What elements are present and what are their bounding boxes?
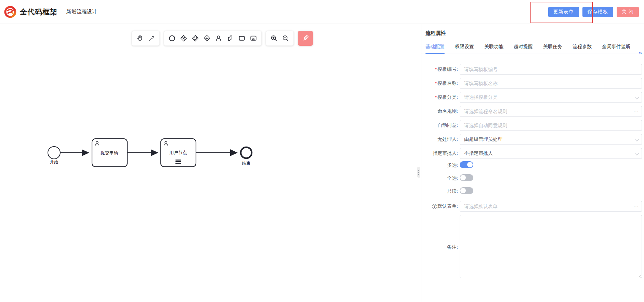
brand-name: 全代码框架 [20, 7, 57, 17]
task-node-user[interactable]: 用户节点 [161, 139, 196, 167]
script-task-tool[interactable] [225, 32, 236, 44]
properties-panel: 流程属性 » 基础配置 权限设置 关联功能 超时提醒 关联任务 流程参数 全局事… [421, 24, 644, 302]
tab-basic-config[interactable]: 基础配置 [425, 44, 445, 54]
process-designer-page: 全代码框架 新增流程设计 更新表单 保存模板 关 闭 [0, 0, 644, 302]
naming-rule-input[interactable] [460, 106, 642, 117]
end-event-node[interactable] [241, 147, 252, 158]
hand-tool-button[interactable] [134, 32, 145, 44]
multi-select-switch[interactable] [460, 161, 473, 168]
connect-tool-button[interactable] [146, 32, 157, 44]
task-tool[interactable] [236, 32, 247, 44]
tab-timeout-reminder[interactable]: 超时提醒 [514, 44, 533, 54]
help-question-icon[interactable]: ? [432, 204, 437, 209]
tab-related-functions[interactable]: 关联功能 [484, 44, 503, 54]
template-category-select[interactable]: 请选择模板分类 [460, 92, 642, 103]
tab-global-event-listener[interactable]: 全局事件监听 [602, 44, 631, 54]
collapse-panel-icon[interactable]: » [639, 50, 642, 56]
subprocess-tool[interactable] [248, 32, 259, 44]
intermediate-event-tool[interactable] [190, 32, 201, 44]
template-name-input[interactable] [460, 78, 642, 89]
remark-textarea[interactable] [460, 215, 642, 278]
main-area: 开始 提交申请 [0, 24, 644, 302]
tab-process-params[interactable]: 流程参数 [573, 44, 592, 54]
zoom-out-button[interactable] [280, 32, 291, 44]
bpmn-canvas[interactable]: 开始 提交申请 [0, 24, 421, 302]
page-title: 新增流程设计 [66, 9, 97, 15]
tool-group-elements [164, 31, 262, 46]
bpmn-toolbar [132, 31, 313, 46]
start-event-label: 开始 [50, 160, 58, 164]
end-event-label: 结束 [242, 161, 251, 166]
tab-permission-settings[interactable]: 权限设置 [455, 44, 474, 54]
bpmn-diagram[interactable]: 开始 提交申请 [0, 24, 421, 302]
exclusive-gateway-tool[interactable] [178, 32, 189, 44]
remark-label: 备注: [421, 244, 460, 250]
panel-tabs: 基础配置 权限设置 关联功能 超时提醒 关联任务 流程参数 全局事件监听 [421, 44, 644, 54]
designated-approver-select[interactable]: 不指定审批人 [460, 148, 642, 159]
save-template-button[interactable]: 保存模板 [582, 7, 613, 17]
multi-select-label: 多选: [421, 162, 460, 168]
default-form-label: ? 默认表单: [421, 203, 460, 209]
panel-title: 流程属性 [421, 24, 644, 37]
read-only-label: 只读: [421, 188, 460, 194]
designated-approver-label: 指定审批人: [421, 150, 460, 156]
panel-resize-handle[interactable] [417, 167, 420, 178]
required-mark: * [435, 95, 437, 100]
header-actions: 更新表单 保存模板 关 闭 [548, 7, 639, 17]
update-form-button[interactable]: 更新表单 [548, 7, 579, 17]
multi-instance-marker [175, 160, 181, 164]
basic-config-form: * 模板编号: * 模板名称: [421, 54, 644, 279]
no-handler-label: 无处理人: [421, 136, 460, 142]
select-all-switch[interactable] [460, 174, 473, 181]
required-mark: * [435, 81, 437, 86]
user-task-tool[interactable] [213, 32, 224, 44]
exclusive-gateway-icon [180, 35, 187, 42]
app-header: 全代码框架 新增流程设计 更新表单 保存模板 关 闭 [0, 0, 644, 24]
more-options-icon[interactable]: ··· [633, 204, 639, 209]
tab-related-tasks[interactable]: 关联任务 [543, 44, 562, 54]
app-logo-icon [3, 5, 17, 19]
default-form-input[interactable] [460, 201, 642, 212]
zoom-in-icon [270, 35, 278, 42]
select-all-label: 全选: [421, 175, 460, 181]
connect-arrow-icon [148, 35, 155, 42]
required-mark: * [435, 67, 437, 72]
subprocess-icon [250, 35, 257, 42]
hand-icon [136, 35, 144, 42]
close-button[interactable]: 关 闭 [617, 7, 639, 17]
parallel-gateway-icon [203, 35, 211, 42]
tool-group-navigation [132, 31, 160, 46]
no-handler-select[interactable]: 由超级管理员处理 [460, 134, 642, 145]
zoom-in-button[interactable] [268, 32, 279, 44]
start-event-node[interactable] [48, 147, 60, 159]
intermediate-event-icon [192, 35, 199, 42]
auto-agree-input[interactable] [460, 120, 642, 131]
naming-rule-label: 命名规则: [421, 108, 460, 114]
clear-canvas-button[interactable] [298, 31, 313, 46]
parallel-gateway-tool[interactable] [201, 32, 212, 44]
user-task-icon [215, 35, 222, 42]
template-category-label: * 模板分类: [421, 94, 460, 100]
template-name-label: * 模板名称: [421, 80, 460, 86]
start-event-tool[interactable] [167, 32, 178, 44]
read-only-switch[interactable] [460, 187, 473, 194]
tool-group-zoom [266, 31, 294, 46]
zoom-out-icon [282, 35, 289, 42]
more-options-icon[interactable]: ··· [633, 109, 639, 114]
template-number-label: * 模板编号: [421, 66, 460, 72]
template-number-input[interactable] [460, 64, 642, 75]
start-event-icon [168, 35, 176, 42]
task-icon [238, 35, 246, 42]
task-node-submit[interactable]: 提交申请 [92, 139, 127, 167]
task1-label: 提交申请 [100, 150, 118, 155]
auto-agree-label: 自动同意: [421, 122, 460, 128]
format-brush-icon [301, 34, 310, 42]
task2-label: 用户节点 [169, 150, 187, 155]
script-task-icon [226, 35, 234, 42]
